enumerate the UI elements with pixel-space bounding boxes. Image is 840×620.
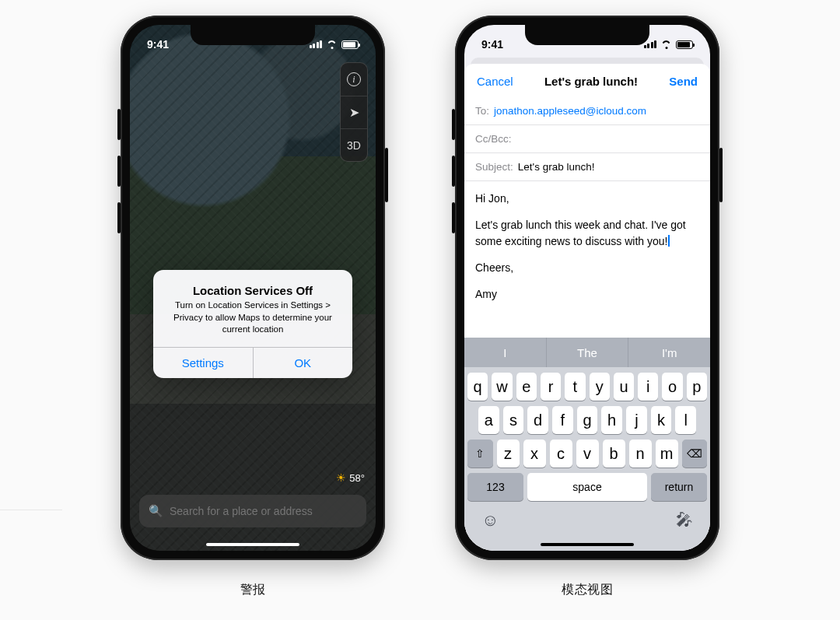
microphone-icon: 🎤︎: [676, 510, 693, 530]
key-a[interactable]: a: [478, 406, 499, 434]
notch: [525, 25, 649, 45]
map-controls: i ➤ 3D: [340, 62, 368, 162]
sun-icon: ☀︎: [336, 471, 346, 484]
keyboard: I The I'm q w e r t y u i: [464, 338, 710, 551]
return-key[interactable]: return: [651, 473, 707, 501]
space-key[interactable]: space: [527, 473, 647, 501]
key-o[interactable]: o: [662, 373, 682, 401]
caption-left: 警报: [240, 582, 266, 598]
key-f[interactable]: f: [552, 406, 573, 434]
key-q[interactable]: q: [467, 373, 488, 401]
emoji-button[interactable]: ☺: [481, 510, 499, 531]
key-s[interactable]: s: [503, 406, 524, 434]
wifi-icon: [660, 40, 672, 49]
to-value: jonathon.appleseed@icloud.com: [494, 105, 646, 117]
backspace-icon: ⌫: [687, 447, 702, 460]
key-r[interactable]: r: [541, 373, 561, 401]
key-l[interactable]: l: [675, 406, 696, 434]
compose-sheet: Cancel Let's grab lunch! Send To: jonath…: [464, 64, 710, 551]
battery-icon: [341, 40, 359, 49]
to-field[interactable]: To: jonathon.appleseed@icloud.com: [464, 97, 710, 125]
body-line: Hi Jon,: [475, 191, 699, 206]
home-indicator[interactable]: [541, 543, 634, 546]
key-z[interactable]: z: [497, 440, 520, 468]
sheet-title: Let's grab lunch!: [544, 75, 638, 88]
emoji-icon: ☺: [481, 510, 499, 530]
key-y[interactable]: y: [590, 373, 610, 401]
weather-badge[interactable]: ☀︎ 58°: [336, 471, 365, 484]
key-i[interactable]: i: [638, 373, 658, 401]
key-c[interactable]: c: [550, 440, 572, 468]
suggestion[interactable]: I: [464, 338, 546, 367]
dictation-button[interactable]: 🎤︎: [676, 510, 693, 531]
key-g[interactable]: g: [577, 406, 598, 434]
subject-field[interactable]: Subject: Let's grab lunch!: [464, 153, 710, 181]
to-label: To:: [475, 105, 489, 117]
cc-bcc-field[interactable]: Cc/Bcc:: [464, 125, 710, 153]
subject-value: Let's grab lunch!: [518, 161, 595, 173]
body-line: Cheers,: [475, 260, 699, 275]
send-button[interactable]: Send: [669, 75, 698, 88]
key-t[interactable]: t: [565, 373, 585, 401]
key-b[interactable]: b: [603, 440, 625, 468]
subject-label: Subject:: [475, 161, 513, 173]
caption-right: 模态视图: [562, 582, 613, 598]
info-icon: i: [347, 72, 361, 86]
key-p[interactable]: p: [687, 373, 707, 401]
notch: [191, 25, 315, 45]
device-maps: 9:41 i ➤ 3D ☀︎ 58°: [121, 16, 385, 560]
shift-icon: ⇧: [475, 447, 485, 460]
suggestion[interactable]: I'm: [628, 338, 710, 367]
key-e[interactable]: e: [516, 373, 537, 401]
3d-button[interactable]: 3D: [341, 128, 367, 161]
alert-settings-button[interactable]: Settings: [153, 348, 253, 378]
key-n[interactable]: n: [629, 440, 652, 468]
search-input[interactable]: [170, 505, 357, 517]
suggestion[interactable]: The: [546, 338, 628, 367]
home-indicator[interactable]: [206, 543, 299, 546]
weather-temp: 58°: [349, 472, 365, 484]
key-u[interactable]: u: [614, 373, 634, 401]
numbers-key[interactable]: 123: [467, 473, 523, 501]
alert-message: Turn on Location Services in Settings > …: [164, 299, 341, 336]
body-line: Amy: [475, 286, 699, 302]
search-bar[interactable]: 🔍: [139, 495, 366, 527]
alert-ok-button[interactable]: OK: [253, 348, 353, 378]
device-mail: 9:41 Cancel Let's grab lunch! Send: [455, 16, 719, 560]
search-icon: 🔍: [149, 504, 163, 518]
alert-dialog: Location Services Off Turn on Location S…: [153, 270, 352, 378]
key-v[interactable]: v: [576, 440, 599, 468]
location-arrow-icon: ➤: [349, 105, 359, 120]
backspace-key[interactable]: ⌫: [682, 440, 708, 468]
key-h[interactable]: h: [601, 406, 622, 434]
key-d[interactable]: d: [527, 406, 548, 434]
suggestion-bar: I The I'm: [464, 338, 710, 367]
shift-key[interactable]: ⇧: [467, 440, 493, 468]
cancel-button[interactable]: Cancel: [477, 75, 513, 88]
key-w[interactable]: w: [492, 373, 512, 401]
key-k[interactable]: k: [651, 406, 672, 434]
locate-button[interactable]: ➤: [341, 96, 367, 128]
alert-title: Location Services Off: [164, 284, 341, 297]
wifi-icon: [326, 40, 338, 49]
body-line: Let's grab lunch this week and chat. I'v…: [475, 217, 699, 249]
key-x[interactable]: x: [523, 440, 546, 468]
status-time: 9:41: [147, 38, 169, 51]
info-button[interactable]: i: [341, 63, 367, 96]
battery-icon: [676, 40, 693, 49]
key-j[interactable]: j: [626, 406, 647, 434]
cc-label: Cc/Bcc:: [475, 133, 512, 145]
status-time: 9:41: [481, 38, 503, 51]
key-m[interactable]: m: [656, 440, 678, 468]
divider: [0, 510, 62, 510]
